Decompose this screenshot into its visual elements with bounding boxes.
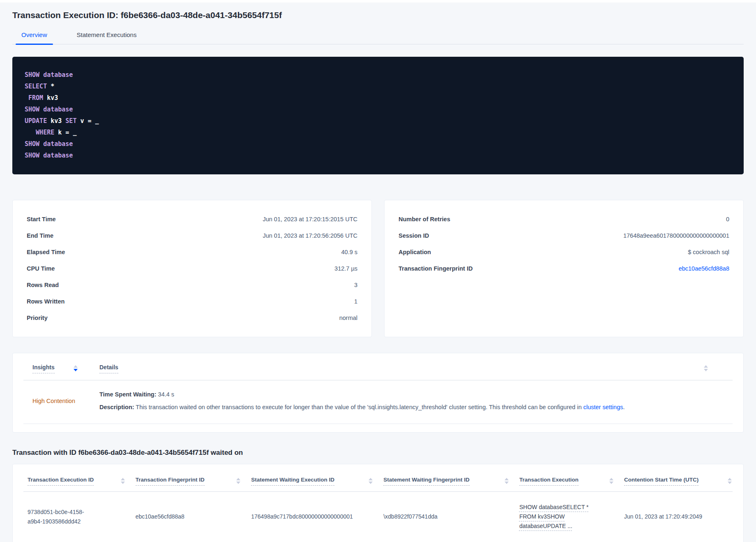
cell-transaction-execution: SHOW databaseSELECT * FROM kv3SHOW datab… — [519, 503, 624, 531]
sql-code-line: WHERE k = _ — [25, 127, 731, 138]
column-header-transaction-execution-id: Transaction Execution ID — [23, 477, 136, 486]
insight-type-badge: High Contention — [23, 398, 99, 404]
column-header-label[interactable]: Transaction Execution ID — [28, 477, 94, 486]
column-header-contention-start-time: Contention Start Time (UTC) — [624, 477, 733, 486]
insight-details: Time Spent Waiting: 34.4 s Description: … — [99, 390, 733, 411]
cell-statement-waiting-execution-id: 176498a9c717bdc80000000000000001 — [251, 512, 383, 521]
stat-row-number-of-retries: Number of Retries 0 — [399, 211, 729, 227]
stat-row-start-time: Start Time Jun 01, 2023 at 17:20:15:2015… — [27, 211, 357, 227]
sql-code-line: SHOW database — [25, 150, 731, 161]
sort-arrows-icon[interactable] — [728, 477, 732, 484]
stat-row-session-id: Session ID 17648a9eea6017800000000000000… — [399, 227, 729, 244]
column-header-label[interactable]: Transaction Fingerprint ID — [136, 477, 205, 486]
stat-value: 0 — [726, 215, 729, 223]
stat-label: CPU Time — [27, 264, 55, 273]
sql-code-line: SELECT * — [25, 81, 731, 92]
stat-label: Session ID — [399, 232, 429, 240]
sql-code-line: SHOW database — [25, 69, 731, 81]
stat-value: 40.9 s — [341, 248, 358, 256]
column-header-label[interactable]: Statement Waiting Execution ID — [251, 477, 334, 486]
stat-value: 312.7 µs — [334, 264, 357, 273]
description-text: This transaction waited on other transac… — [134, 404, 583, 410]
column-header-statement-waiting-fingerprint-id: Statement Waiting Fingerprint ID — [383, 477, 519, 486]
details-column-header: Details — [99, 364, 733, 373]
waited-table-header: Transaction Execution ID Transaction Fin… — [23, 470, 733, 492]
sort-arrows-icon[interactable] — [704, 364, 708, 371]
stat-row-end-time: End Time Jun 01, 2023 at 17:20:56:2056 U… — [27, 227, 357, 244]
tab-statement-executions[interactable]: Statement Executions — [71, 31, 143, 44]
tab-bar: Overview Statement Executions — [12, 31, 744, 44]
stat-label: Transaction Fingerprint ID — [399, 264, 472, 273]
sql-code-line: SHOW database — [25, 104, 731, 115]
stat-value: 1 — [354, 297, 357, 306]
stat-label: Start Time — [27, 215, 56, 223]
stat-value: $ cockroach sql — [688, 248, 729, 256]
stat-label: End Time — [27, 232, 53, 240]
description-suffix: . — [623, 404, 625, 410]
sql-code-line: SHOW database — [25, 138, 731, 150]
column-header-transaction-fingerprint-id: Transaction Fingerprint ID — [136, 477, 251, 486]
sql-code-line: FROM kv3 — [25, 92, 731, 104]
time-spent-waiting: Time Spent Waiting: 34.4 s — [99, 390, 733, 398]
summary-cards: Start Time Jun 01, 2023 at 17:20:15:2015… — [12, 200, 744, 337]
sort-arrows-icon[interactable] — [609, 477, 613, 484]
stat-value: normal — [339, 314, 357, 322]
session-stats-card: Number of Retries 0 Session ID 17648a9ee… — [384, 200, 744, 337]
stat-row-rows-read: Rows Read 3 — [27, 277, 357, 293]
insights-sort-header[interactable]: Insights — [32, 364, 55, 373]
stat-label: Number of Retries — [399, 215, 450, 223]
sort-arrows-icon[interactable] — [369, 477, 373, 484]
cell-transaction-fingerprint-id: ebc10ae56cfd88a8 — [136, 512, 251, 521]
column-header-transaction-execution: Transaction Execution — [519, 477, 624, 486]
execution-stats-card: Start Time Jun 01, 2023 at 17:20:15:2015… — [12, 200, 372, 337]
sort-arrows-icon[interactable] — [74, 364, 78, 371]
column-header-statement-waiting-execution-id: Statement Waiting Execution ID — [251, 477, 383, 486]
insight-row-high-contention: High Contention Time Spent Waiting: 34.4… — [23, 380, 733, 424]
waited-on-heading: Transaction with ID f6be6366-da03-48de-a… — [12, 448, 744, 457]
stat-row-rows-written: Rows Written 1 — [27, 293, 357, 310]
description-label: Description: — [99, 404, 134, 410]
transaction-execution-link[interactable]: SHOW databaseSELECT * FROM kv3SHOW datab… — [519, 503, 592, 531]
cell-statement-waiting-fingerprint-id: \xdb8922f077541dda — [383, 512, 519, 521]
tab-overview[interactable]: Overview — [16, 31, 53, 44]
time-spent-waiting-value: 34.4 s — [157, 391, 175, 398]
stat-row-elapsed-time: Elapsed Time 40.9 s — [27, 244, 357, 260]
insight-description: Description: This transaction waited on … — [99, 403, 733, 411]
waited-on-table-card: Transaction Execution ID Transaction Fin… — [12, 464, 744, 542]
insights-table-header: Insights Details — [23, 358, 733, 380]
cell-contention-start-time: Jun 01, 2023 at 17:20:49:2049 — [624, 512, 733, 521]
sql-code-line: UPDATE kv3 SET v = _ — [25, 115, 731, 127]
sort-arrows-icon[interactable] — [505, 477, 509, 484]
stat-label: Rows Written — [27, 297, 65, 306]
stat-row-transaction-fingerprint-id: Transaction Fingerprint ID ebc10ae56cfd8… — [399, 260, 729, 277]
sort-arrows-icon[interactable] — [121, 477, 125, 484]
stat-row-priority: Priority normal — [27, 310, 357, 326]
stat-value: 3 — [354, 281, 357, 289]
insights-card: Insights Details High Contention Time Sp… — [12, 353, 744, 433]
page-title: Transaction Execution ID: f6be6366-da03-… — [12, 10, 744, 21]
details-sort-header[interactable]: Details — [99, 364, 118, 373]
insights-column-header: Insights — [23, 364, 99, 373]
column-header-label[interactable]: Statement Waiting Fingerprint ID — [383, 477, 470, 486]
stat-row-cpu-time: CPU Time 312.7 µs — [27, 260, 357, 277]
top-strip — [0, 0, 756, 2]
time-spent-waiting-label: Time Spent Waiting: — [99, 391, 157, 398]
stat-row-application: Application $ cockroach sql — [399, 244, 729, 260]
cell-transaction-execution-id: 9738d051-bc0e-4158-a9b4-1903586ddd42 — [23, 507, 108, 526]
stat-value: 17648a9eea6017800000000000000001 — [623, 232, 729, 240]
sql-statements-code: SHOW databaseSELECT * FROM kv3SHOW datab… — [25, 69, 731, 161]
stat-label: Rows Read — [27, 281, 59, 289]
stat-value: Jun 01, 2023 at 17:20:56:2056 UTC — [263, 232, 357, 240]
stat-label: Priority — [27, 314, 48, 322]
stat-value: Jun 01, 2023 at 17:20:15:2015 UTC — [263, 215, 357, 223]
table-row: 9738d051-bc0e-4158-a9b4-1903586ddd42 ebc… — [23, 492, 733, 542]
sql-statements-box: SHOW databaseSELECT * FROM kv3SHOW datab… — [12, 57, 744, 174]
stat-label: Elapsed Time — [27, 248, 65, 256]
column-header-label[interactable]: Contention Start Time (UTC) — [624, 477, 698, 486]
column-header-label[interactable]: Transaction Execution — [519, 477, 579, 486]
stat-label: Application — [399, 248, 431, 256]
cluster-settings-link[interactable]: cluster settings — [583, 404, 623, 410]
transaction-fingerprint-id-link[interactable]: ebc10ae56cfd88a8 — [679, 264, 729, 273]
sort-arrows-icon[interactable] — [236, 477, 240, 484]
